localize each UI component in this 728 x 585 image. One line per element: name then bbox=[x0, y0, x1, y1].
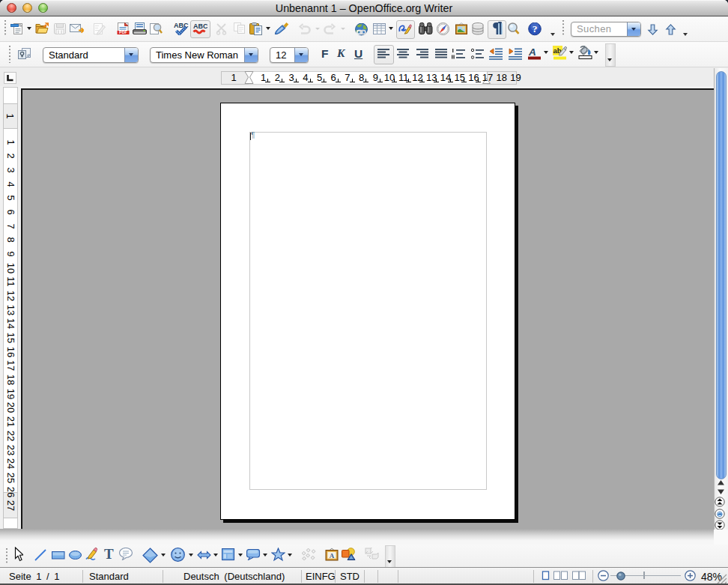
svg-text:ABC: ABC bbox=[193, 22, 207, 30]
svg-text:?: ? bbox=[533, 23, 538, 34]
svg-text:A: A bbox=[528, 46, 536, 58]
svg-text:A: A bbox=[330, 552, 335, 560]
svg-text:PDF: PDF bbox=[119, 30, 127, 34]
